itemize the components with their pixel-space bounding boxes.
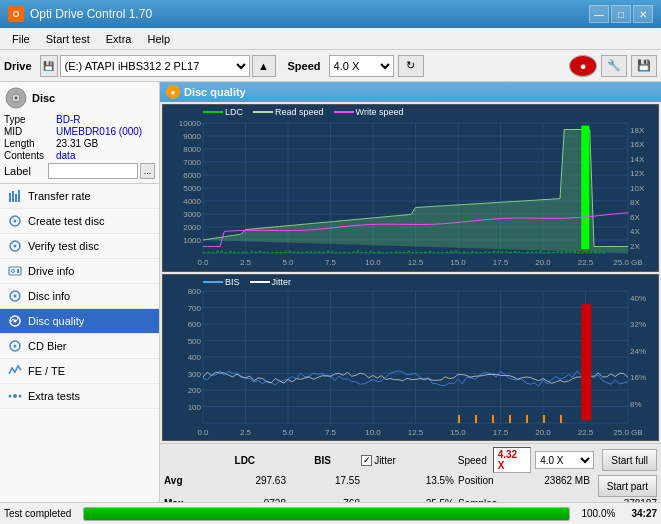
legend-bis-label: BIS [225,277,240,287]
jitter-checkbox[interactable] [361,455,372,466]
maximize-button[interactable]: □ [611,5,631,23]
status-bar: Test completed 100.0% 34:27 [0,502,661,524]
panel-title: Disc quality [184,86,246,98]
avg-row: Avg 297.63 17.55 13.5% Position 23862 MB… [164,475,657,497]
write-speed-color [334,111,354,113]
sidebar-item-fe-te[interactable]: FE / TE [0,359,159,384]
save-button[interactable]: 💾 [631,55,657,77]
speed-label-header: Speed [458,455,487,466]
svg-text:✓: ✓ [11,240,15,246]
sidebar-item-cd-bier[interactable]: CD Bier [0,334,159,359]
menu-extra[interactable]: Extra [98,31,140,47]
sidebar-item-drive-info[interactable]: Drive info [0,259,159,284]
svg-point-2 [15,97,18,100]
stats-header: LDC BIS Jitter Speed 4.32 X 4.0 X Start … [164,447,657,473]
disc-header: Disc [4,86,155,110]
stats-bis-header: BIS [288,455,357,466]
disc-label-label: Label [4,165,46,177]
nav-label-fe-te: FE / TE [28,365,65,377]
nav-label-disc-info: Disc info [28,290,70,302]
menu-start-test[interactable]: Start test [38,31,98,47]
start-part-button[interactable]: Start part [598,475,657,497]
nav-label-verify-test-disc: Verify test disc [28,240,99,252]
svg-text:i: i [14,290,15,295]
cd-bier-icon [8,339,22,353]
speed-select[interactable]: 4.0 X [329,55,394,77]
legend-write-speed-label: Write speed [356,107,404,117]
minimize-button[interactable]: — [589,5,609,23]
sidebar-item-disc-info[interactable]: i Disc info [0,284,159,309]
fe-te-icon [8,364,22,378]
start-full-button[interactable]: Start full [602,449,657,471]
quality-icon [8,314,22,328]
disc-header-icon [4,86,28,110]
speed-label: Speed [288,60,321,72]
drive-select[interactable]: (E:) ATAPI iHBS312 2 PL17 [60,55,250,77]
status-time: 34:27 [631,508,657,519]
menu-bar: File Start test Extra Help [0,28,661,50]
read-speed-color [253,111,273,113]
disc-mid-value: UMEBDR016 (000) [56,126,142,137]
position-value: 23862 MB [544,475,590,497]
svg-rect-5 [15,194,17,202]
verify-icon: ✓ [8,239,22,253]
extra-icon [8,389,22,403]
disc-label-row: Label ... [4,163,155,179]
disc-contents-label: Contents [4,150,56,161]
stats-ldc-header: LDC [205,455,284,466]
chart2-canvas [163,275,658,441]
svg-point-15 [12,270,15,273]
disc-length-value: 23.31 GB [56,138,98,149]
disc-label-input[interactable] [48,163,138,179]
refresh-button[interactable]: ↻ [398,55,424,77]
menu-help[interactable]: Help [139,31,178,47]
svg-point-22 [14,345,17,348]
status-text: Test completed [4,508,71,519]
menu-file[interactable]: File [4,31,38,47]
drive-icon [8,264,22,278]
legend-read-speed-label: Read speed [275,107,324,117]
svg-point-25 [19,395,22,398]
title-bar: O Opti Drive Control 1.70 — □ ✕ [0,0,661,28]
avg-label: Avg [164,475,202,497]
sidebar-item-verify-test-disc[interactable]: ✓ Verify test disc [0,234,159,259]
ldc-chart: LDC Read speed Write speed [162,104,659,272]
disc-info-panel: Disc Type BD-R MID UMEBDR016 (000) Lengt… [0,82,159,184]
disc-contents-row: Contents data [4,150,155,161]
panel-icon: ● [166,85,180,99]
sidebar-item-transfer-rate[interactable]: Transfer rate [0,184,159,209]
eject-button[interactable]: ▲ [252,55,276,77]
progress-fill [84,508,568,520]
svg-rect-4 [12,191,14,202]
speed-select-stats[interactable]: 4.0 X [535,451,594,469]
avg-bis: 17.55 [290,475,360,497]
chart-icon [8,189,22,203]
nav-label-extra-tests: Extra tests [28,390,80,402]
progress-bar [83,507,569,521]
legend-ldc: LDC [203,107,243,117]
close-button[interactable]: ✕ [633,5,653,23]
disc-contents-value: data [56,150,75,161]
window-controls: — □ ✕ [589,5,653,23]
disc-button[interactable]: ● [569,55,597,77]
legend-write-speed: Write speed [334,107,404,117]
disc-info-title: Disc [32,92,55,104]
svg-rect-3 [9,193,11,202]
sidebar-item-extra-tests[interactable]: Extra tests [0,384,159,409]
app-icon: O [8,6,24,22]
toolbar: Drive 💾 (E:) ATAPI iHBS312 2 PL17 ▲ Spee… [0,50,661,82]
sidebar-item-disc-quality[interactable]: Disc quality [0,309,159,334]
ldc-color [203,111,223,113]
chart1-canvas [163,105,658,271]
main-layout: Disc Type BD-R MID UMEBDR016 (000) Lengt… [0,82,661,524]
disc-label-btn[interactable]: ... [140,163,155,179]
settings-button[interactable]: 🔧 [601,55,627,77]
sidebar-item-create-test-disc[interactable]: + Create test disc [0,209,159,234]
avg-jitter: 13.5% [364,475,454,497]
nav-label-create-test-disc: Create test disc [28,215,104,227]
disc-type-label: Type [4,114,56,125]
app-title: Opti Drive Control 1.70 [30,7,589,21]
disc-length-label: Length [4,138,56,149]
panel-title-bar: ● Disc quality [160,82,661,102]
disc-mid-label: MID [4,126,56,137]
